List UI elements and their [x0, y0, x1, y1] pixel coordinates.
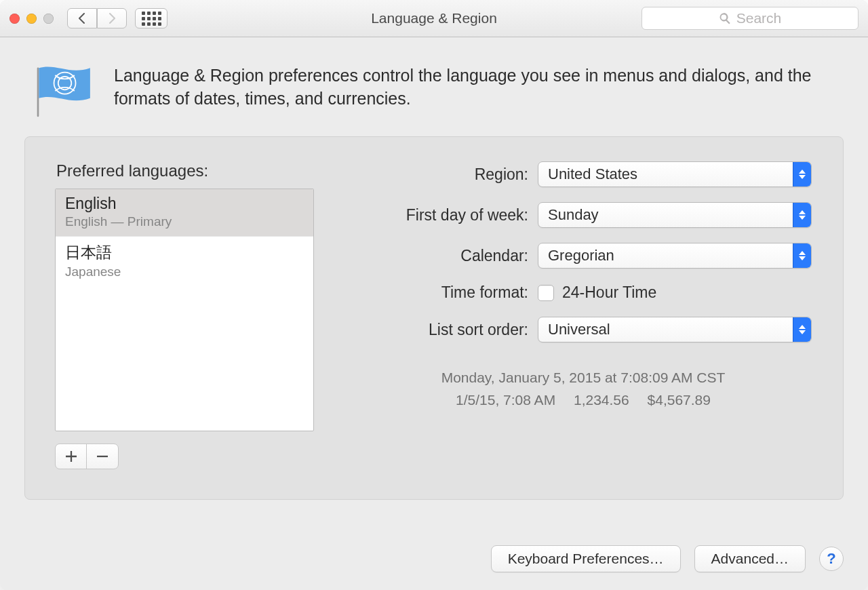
time-format-row: Time format: 24-Hour Time [355, 283, 812, 302]
region-label: Region: [355, 165, 538, 184]
preferred-languages-heading: Preferred languages: [56, 161, 314, 180]
search-placeholder: Search [736, 10, 782, 26]
svg-rect-0 [37, 67, 39, 117]
search-field[interactable]: Search [642, 7, 859, 30]
preferred-languages-column: Preferred languages: English English — P… [55, 161, 314, 469]
nav-segment [67, 8, 127, 28]
add-remove-segment [55, 444, 119, 469]
list-item[interactable]: 日本語 Japanese [56, 236, 313, 286]
list-sort-popup[interactable]: Universal [538, 317, 812, 342]
pane-header: Language & Region preferences control th… [0, 37, 868, 136]
search-icon [719, 12, 731, 24]
question-icon: ? [827, 550, 835, 568]
pane-description: Language & Region preferences control th… [114, 64, 841, 111]
list-sort-row: List sort order: Universal [355, 317, 812, 342]
format-sample: Monday, January 5, 2015 at 7:08:09 AM CS… [355, 367, 812, 411]
chevron-updown-icon [793, 203, 811, 227]
region-popup[interactable]: United States [538, 161, 812, 187]
calendar-value: Gregorian [538, 247, 793, 264]
calendar-label: Calendar: [355, 247, 538, 265]
show-all-prefs-button[interactable] [135, 8, 167, 28]
preferred-languages-list[interactable]: English English — Primary 日本語 Japanese [55, 189, 314, 431]
time-format-label: Time format: [355, 283, 538, 302]
region-row: Region: United States [355, 161, 812, 187]
advanced-button[interactable]: Advanced… [694, 545, 806, 572]
forward-button [97, 8, 127, 28]
minus-icon [97, 451, 108, 462]
list-item[interactable]: English English — Primary [56, 189, 313, 236]
chevron-updown-icon [793, 317, 811, 342]
titlebar: Language & Region Search [0, 0, 868, 37]
time-format-checkbox-label: 24-Hour Time [562, 283, 656, 302]
window-controls [9, 14, 54, 24]
close-window-button[interactable] [9, 14, 20, 24]
remove-language-button[interactable] [87, 444, 118, 469]
calendar-row: Calendar: Gregorian [355, 243, 812, 269]
first-day-label: First day of week: [355, 206, 538, 224]
svg-rect-3 [97, 456, 108, 457]
language-subtitle: English — Primary [65, 214, 304, 229]
chevron-updown-icon [793, 243, 811, 268]
format-sample-line1: Monday, January 5, 2015 at 7:08:09 AM CS… [355, 367, 812, 389]
footer: Keyboard Preferences… Advanced… ? [0, 545, 868, 572]
time-format-checkbox[interactable] [538, 285, 554, 301]
region-value: United States [538, 165, 793, 183]
window-title: Language & Region [371, 10, 497, 26]
zoom-window-button[interactable] [43, 14, 54, 24]
format-sample-line2: 1/5/15, 7:08 AM 1,234.56 $4,567.89 [355, 389, 812, 412]
region-settings-column: Region: United States First day of week:… [355, 161, 812, 469]
language-name: English [65, 195, 304, 213]
main-pane: Preferred languages: English English — P… [24, 136, 844, 500]
list-sort-label: List sort order: [355, 321, 538, 339]
language-region-icon [31, 64, 94, 119]
plus-icon [66, 451, 77, 462]
window: Language & Region Search Language & Regi… [0, 0, 868, 590]
keyboard-preferences-button[interactable]: Keyboard Preferences… [491, 545, 681, 572]
first-day-popup[interactable]: Sunday [538, 202, 812, 228]
add-language-button[interactable] [56, 444, 87, 469]
help-button[interactable]: ? [819, 547, 844, 571]
list-sort-value: Universal [538, 321, 793, 338]
chevron-updown-icon [793, 162, 811, 186]
first-day-value: Sunday [538, 206, 793, 224]
minimize-window-button[interactable] [26, 14, 37, 24]
back-button[interactable] [67, 8, 97, 28]
language-subtitle: Japanese [65, 264, 304, 279]
language-name: 日本語 [65, 242, 304, 263]
first-day-row: First day of week: Sunday [355, 202, 812, 228]
calendar-popup[interactable]: Gregorian [538, 243, 812, 269]
apps-grid-icon [142, 12, 161, 26]
